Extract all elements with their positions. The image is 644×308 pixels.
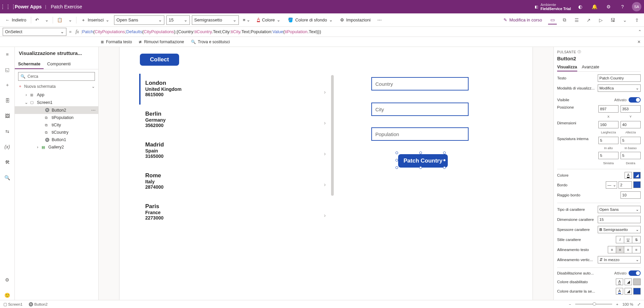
prop-disabled-fill-color[interactable] [633, 279, 641, 285]
text-align-button[interactable]: ≡ ⌄ [241, 16, 252, 24]
fill-color-button[interactable]: 🪣Colore di sfondo⌄ [285, 16, 335, 24]
chevron-right-icon[interactable]: › [324, 212, 326, 219]
environment-picker[interactable]: ◧ Ambiente FieldService Trial [535, 3, 571, 11]
back-button[interactable]: ←Indietro [3, 16, 29, 24]
prop-x-input[interactable]: 897 [598, 105, 619, 113]
tab-advanced[interactable]: Avanzate [582, 63, 599, 71]
fit-screen-icon[interactable]: ⤢ [637, 302, 641, 307]
view-3-icon[interactable]: ☰ [572, 16, 581, 24]
tree-item-ticountry[interactable]: ⧉tiCountry [15, 129, 98, 136]
prop-radius-input[interactable]: 10 [621, 191, 641, 199]
prop-valign-select[interactable]: ⇵ In mezzo⌄ [598, 256, 641, 263]
prop-align-group[interactable]: ≡≡≡≡ [608, 246, 641, 253]
collect-button[interactable]: Collect [140, 54, 179, 66]
prop-width-input[interactable]: 160 [598, 121, 619, 128]
gallery-item[interactable]: Berlin Germany 3562000 › [139, 105, 330, 135]
prop-border-color[interactable] [633, 181, 641, 188]
rail-search-icon[interactable]: 🔍 [3, 173, 12, 182]
share-icon[interactable]: ↗ [584, 16, 593, 24]
save-icon[interactable]: 🖫 [608, 16, 617, 24]
gallery-item[interactable]: Madrid Spain 3165000 › [139, 135, 330, 166]
gallery-scrollbar[interactable] [331, 75, 334, 196]
tree-item-screen1[interactable]: ⌄▢Screen1 [15, 99, 98, 106]
more-icon[interactable]: ⋯ [91, 108, 96, 113]
tree-item-tipopulation[interactable]: ⧉tiPopulation [15, 114, 98, 121]
tab-display[interactable]: Visualizza [557, 63, 577, 71]
info-icon[interactable]: ⓘ [578, 50, 581, 54]
property-selector[interactable]: OnSelect⌄ [3, 28, 66, 36]
design-canvas[interactable]: Collect London United Kingdom 8615000 › … [120, 47, 532, 300]
rail-feedback-icon[interactable]: 🙂 [3, 291, 12, 300]
gallery-item[interactable]: London United Kingdom 8615000 › [139, 74, 330, 105]
tree-item-button1[interactable]: 🔘Button1 [15, 136, 98, 143]
prop-disabled-font-color[interactable]: A [616, 279, 623, 285]
gallery-item[interactable]: Rome Italy 2874000 › [139, 166, 330, 197]
formula-expand-icon[interactable]: ⌃ [635, 29, 644, 34]
rail-plus-icon[interactable]: ＋ [3, 80, 12, 90]
user-avatar[interactable]: SA [632, 2, 641, 11]
tree-item-app[interactable]: ›⊞App [15, 91, 98, 99]
tab-screens[interactable]: Schermate [15, 59, 44, 69]
rail-tools-icon[interactable]: 🛠 [3, 158, 12, 167]
chevron-right-icon[interactable]: › [324, 182, 326, 188]
prop-hover-fill-color[interactable] [633, 288, 641, 295]
prop-border-width[interactable]: 2 [619, 181, 632, 189]
status-screen[interactable]: ▢ Screen1 [3, 302, 22, 307]
zoom-in-icon[interactable]: + [616, 302, 619, 306]
help-icon[interactable]: ? [618, 2, 627, 11]
settings-button[interactable]: ⚙Impostazioni [337, 16, 373, 24]
publish-icon[interactable]: ⇪ [633, 16, 641, 24]
prop-font-color[interactable]: A [625, 172, 632, 179]
insert-button[interactable]: ＋Inserisci⌄ [78, 16, 112, 24]
waffle-icon[interactable]: ⋮⋮⋮ [3, 1, 13, 12]
prop-text-input[interactable]: Patch Country [598, 74, 641, 82]
prop-disabled-border-icon[interactable]: ◢ [625, 279, 632, 285]
prop-hover-border-icon[interactable]: ◢ [625, 288, 632, 295]
city-input[interactable]: City [371, 103, 469, 116]
prop-border-style[interactable]: —⌄ [606, 181, 617, 189]
tree-item-ticity[interactable]: ⧉tiCity [15, 121, 98, 129]
font-size-combo[interactable]: 15⌄ [166, 15, 190, 25]
notifications-icon[interactable]: 🔔 [590, 2, 599, 11]
rail-tree-icon[interactable]: ≡ [3, 50, 12, 59]
new-screen-button[interactable]: ＋Nuova schermata⌄ [18, 83, 95, 89]
format-text-button[interactable]: ≣Formatta testo [101, 40, 132, 44]
rail-cube-icon[interactable]: ◱ [3, 65, 12, 74]
tree-item-button2[interactable]: 🔘Button2⋯ [15, 106, 98, 114]
prop-pad-left-input[interactable]: 5 [598, 152, 619, 159]
view-phone-icon[interactable]: ▭ [548, 16, 557, 24]
chevron-right-icon[interactable]: › [324, 151, 326, 157]
tree-search-input[interactable]: 🔍Cerca [18, 72, 95, 81]
zoom-slider[interactable] [575, 304, 612, 305]
prop-y-input[interactable]: 353 [621, 105, 641, 113]
edit-mode-indicator[interactable]: ✎Modifica in corso [501, 16, 545, 24]
close-panel-icon[interactable]: ✕ [637, 40, 644, 44]
prop-fontstyle-group[interactable]: IUS̶ [616, 236, 641, 243]
undo-button[interactable]: ↶ [33, 16, 41, 24]
settings-gear-icon[interactable]: ⚙ [604, 2, 613, 11]
chevron-right-icon[interactable]: › [324, 89, 326, 95]
gallery[interactable]: London United Kingdom 8615000 › Berlin G… [139, 74, 330, 261]
prop-fontsize-input[interactable]: 15 [598, 216, 641, 223]
paste-button[interactable]: 📋 [55, 16, 64, 24]
population-input[interactable]: Population [371, 127, 469, 141]
font-color-button[interactable]: AColore⌄ [254, 16, 283, 24]
country-input[interactable]: Country [371, 77, 469, 90]
prop-displaymode-select[interactable]: Modifica⌄ [598, 84, 641, 92]
prop-hover-font-color[interactable]: A [616, 288, 623, 295]
prop-visible-toggle[interactable] [629, 97, 641, 103]
font-family-combo[interactable]: Open Sans⌄ [114, 15, 164, 25]
rail-media-icon[interactable]: 🖼 [3, 111, 12, 121]
zoom-out-icon[interactable]: − [569, 302, 571, 306]
rail-flow-icon[interactable]: ⇆ [3, 127, 12, 136]
view-2-icon[interactable]: ⧉ [560, 16, 569, 24]
prop-fill-color[interactable]: ◢ [633, 172, 641, 179]
paste-chevron[interactable]: ⌄ [66, 16, 74, 24]
save-chevron[interactable]: ⌄ [621, 16, 629, 24]
tab-components[interactable]: Componenti [44, 59, 74, 69]
status-control[interactable]: 🔘 Button2 [29, 302, 48, 307]
formula-input[interactable]: Patch(CityPopulations;Defaults(CityPopul… [82, 29, 635, 34]
gallery-item[interactable]: Paris France 2273000 › [139, 197, 330, 228]
chevron-right-icon[interactable]: › [324, 120, 326, 126]
rail-data-icon[interactable]: 🗄 [3, 96, 12, 105]
